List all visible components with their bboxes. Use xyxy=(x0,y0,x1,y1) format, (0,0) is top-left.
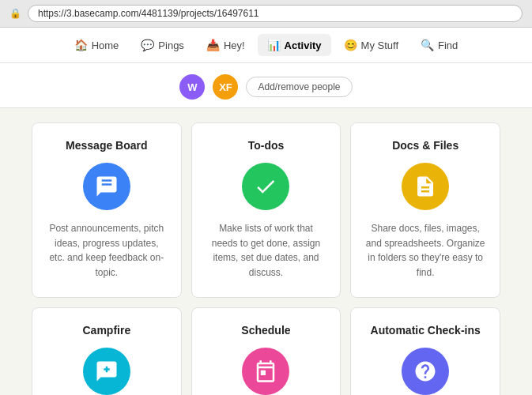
tool-title-campfire: Campfire xyxy=(47,324,167,337)
nav-find[interactable]: 🔍 Find xyxy=(411,34,467,56)
tool-title-checkins: Automatic Check-ins xyxy=(365,324,485,337)
nav-hey-label: Hey! xyxy=(224,40,245,51)
tool-card-todos[interactable]: To-dos Make lists of work that needs to … xyxy=(191,122,341,298)
tool-card-message-board[interactable]: Message Board Post announcements, pitch … xyxy=(32,122,182,298)
docs-files-icon xyxy=(402,163,449,210)
nav-pings-label: Pings xyxy=(158,40,184,51)
top-nav: 🏠 Home 💬 Pings 📥 Hey! 📊 Activity 😊 My St… xyxy=(0,28,532,63)
add-remove-people-button[interactable]: Add/remove people xyxy=(246,77,352,97)
nav-find-label: Find xyxy=(438,40,458,51)
tool-title-schedule: Schedule xyxy=(206,324,326,337)
lock-icon: 🔒 xyxy=(9,8,21,19)
tool-desc-todos: Make lists of work that needs to get don… xyxy=(206,221,326,280)
tool-card-docs-files[interactable]: Docs & Files Share docs, files, images, … xyxy=(350,122,500,298)
tool-card-schedule[interactable]: Schedule Set important dates on a shared… xyxy=(191,307,341,395)
avatar-w[interactable]: W xyxy=(179,74,205,100)
nav-activity[interactable]: 📊 Activity xyxy=(258,34,331,56)
mystuff-icon: 😊 xyxy=(344,39,357,51)
activity-icon: 📊 xyxy=(267,39,281,51)
nav-mystuff-label: My Stuff xyxy=(361,40,398,51)
tool-card-checkins[interactable]: Automatic Check-ins Create recurring que… xyxy=(350,307,500,395)
url-bar[interactable]: https://3.basecamp.com/4481139/projects/… xyxy=(28,5,523,22)
nav-pings[interactable]: 💬 Pings xyxy=(131,34,194,56)
main-content: Message Board Post announcements, pitch … xyxy=(0,108,532,395)
tools-grid: Message Board Post announcements, pitch … xyxy=(32,122,500,395)
campfire-icon xyxy=(83,348,130,395)
pings-icon: 💬 xyxy=(141,39,154,51)
nav-hey[interactable]: 📥 Hey! xyxy=(197,34,255,56)
nav-mystuff[interactable]: 😊 My Stuff xyxy=(334,34,408,56)
hey-icon: 📥 xyxy=(206,39,220,51)
tool-title-message-board: Message Board xyxy=(47,139,167,152)
tool-desc-message-board: Post announcements, pitch ideas, progres… xyxy=(47,221,167,280)
nav-home[interactable]: 🏠 Home xyxy=(65,34,129,56)
avatar-xf[interactable]: XF xyxy=(213,74,238,100)
nav-home-label: Home xyxy=(92,40,119,51)
schedule-icon xyxy=(242,348,289,395)
find-icon: 🔍 xyxy=(421,39,434,51)
project-header: W XF Add/remove people xyxy=(0,63,532,108)
tool-title-docs-files: Docs & Files xyxy=(365,139,485,152)
todos-icon xyxy=(242,163,289,210)
message-board-icon xyxy=(83,163,130,210)
nav-activity-label: Activity xyxy=(285,40,322,51)
tool-card-campfire[interactable]: Campfire Chat casually with the group, a… xyxy=(32,307,182,395)
tool-title-todos: To-dos xyxy=(206,139,326,152)
browser-bar: 🔒 https://3.basecamp.com/4481139/project… xyxy=(0,0,532,28)
tool-desc-docs-files: Share docs, files, images, and spreadshe… xyxy=(365,221,485,280)
checkins-icon xyxy=(402,348,449,395)
home-icon: 🏠 xyxy=(74,39,88,51)
